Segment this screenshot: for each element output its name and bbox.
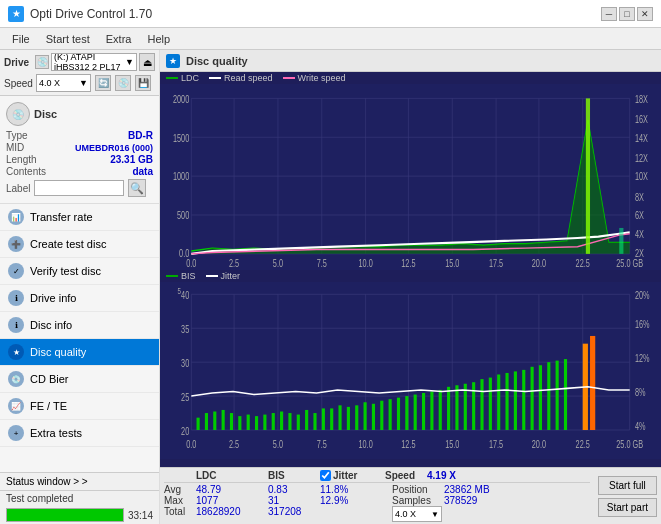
svg-text:25.0 GB: 25.0 GB — [616, 258, 643, 269]
read-speed-legend: Read speed — [209, 73, 273, 83]
nav-fe-te[interactable]: 📈 FE / TE — [0, 393, 159, 420]
svg-text:10X: 10X — [635, 171, 648, 182]
menu-file[interactable]: File — [4, 31, 38, 47]
svg-text:22.5: 22.5 — [576, 439, 590, 451]
ldc-legend: LDC — [166, 73, 199, 83]
svg-rect-127 — [556, 361, 559, 430]
svg-text:2.5: 2.5 — [229, 258, 239, 269]
svg-text:5.0: 5.0 — [273, 439, 283, 451]
jitter-checkbox[interactable] — [320, 470, 331, 481]
nav-verify-test-label: Verify test disc — [30, 265, 101, 277]
disc-contents-value: data — [132, 166, 153, 177]
chart2-legend: BIS Jitter — [160, 270, 661, 282]
svg-text:5: 5 — [177, 286, 181, 297]
action-buttons: Start full Start part — [594, 468, 661, 524]
menu-help[interactable]: Help — [139, 31, 178, 47]
disc-label-row: Label 🔍 — [6, 179, 153, 197]
nav-drive-info[interactable]: ℹ Drive info — [0, 285, 159, 312]
progress-section: Test completed — [0, 490, 159, 506]
svg-rect-93 — [272, 413, 275, 430]
svg-rect-95 — [288, 413, 291, 430]
drive-controls: 💿 (K:) ATAPI iHBS312 2 PL17 ▼ ⏏ — [35, 53, 155, 71]
svg-rect-85 — [205, 413, 208, 430]
stats-samples-label: Samples — [392, 495, 442, 506]
disc-button[interactable]: 💿 — [115, 75, 131, 91]
svg-rect-126 — [547, 362, 550, 430]
nav-transfer-rate-label: Transfer rate — [30, 211, 93, 223]
progress-bar-row: 33:14 — [0, 506, 159, 524]
chart2-svg: 40 35 30 25 20 5 20% 16% 12% 8% 4% — [160, 282, 661, 459]
start-full-button[interactable]: Start full — [598, 476, 657, 495]
svg-rect-114 — [447, 387, 450, 430]
nav-disc-quality[interactable]: ★ Disc quality — [0, 339, 159, 366]
jitter-legend-label: Jitter — [221, 271, 241, 281]
nav-create-test[interactable]: ➕ Create test disc — [0, 231, 159, 258]
svg-rect-103 — [355, 405, 358, 430]
jitter-check-col: Jitter — [320, 470, 383, 481]
ldc-legend-color — [166, 77, 178, 79]
stats-avg-ldc: 48.79 — [196, 484, 266, 495]
nav-create-test-label: Create test disc — [30, 238, 106, 250]
svg-rect-44 — [619, 228, 623, 254]
stats-empty-col — [164, 470, 194, 481]
svg-rect-102 — [347, 407, 350, 430]
disc-mid-value: UMEBDR016 (000) — [75, 143, 153, 153]
stats-total-bis: 317208 — [268, 506, 318, 522]
nav-items: 📊 Transfer rate ➕ Create test disc ✓ Ver… — [0, 204, 159, 472]
minimize-button[interactable]: ─ — [601, 7, 617, 21]
disc-quality-icon: ★ — [8, 344, 24, 360]
stats-total-row: Total 18628920 317208 4.0 X ▼ — [164, 506, 590, 522]
progress-bar-container — [6, 508, 124, 522]
menu-start-test[interactable]: Start test — [38, 31, 98, 47]
stats-bis-header: BIS — [268, 470, 318, 481]
nav-extra-tests[interactable]: + Extra tests — [0, 420, 159, 447]
stats-table: LDC BIS Jitter Speed 4.19 X Avg 48.79 0.… — [160, 468, 594, 524]
titlebar-left: ★ Opti Drive Control 1.70 — [8, 6, 152, 22]
status-window-button[interactable]: Status window > > — [0, 472, 159, 490]
svg-text:30: 30 — [181, 357, 189, 369]
cd-bier-icon: 💿 — [8, 371, 24, 387]
verify-test-icon: ✓ — [8, 263, 24, 279]
svg-rect-87 — [222, 410, 225, 430]
speed-select-dropdown[interactable]: 4.0 X ▼ — [392, 506, 442, 522]
drive-dropdown[interactable]: (K:) ATAPI iHBS312 2 PL17 ▼ — [51, 53, 137, 71]
save-button[interactable]: 💾 — [135, 75, 151, 91]
nav-verify-test[interactable]: ✓ Verify test disc — [0, 258, 159, 285]
speed-dropdown[interactable]: 4.0 X ▼ — [36, 74, 91, 92]
disc-label-button[interactable]: 🔍 — [128, 179, 146, 197]
maximize-button[interactable]: □ — [619, 7, 635, 21]
menubar: File Start test Extra Help — [0, 28, 661, 50]
drive-eject-button[interactable]: ⏏ — [139, 53, 155, 71]
svg-rect-108 — [397, 398, 400, 430]
svg-rect-84 — [197, 418, 200, 430]
write-speed-legend-label: Write speed — [298, 73, 346, 83]
disc-contents-row: Contents data — [6, 166, 153, 177]
disc-icon: 💿 — [6, 102, 30, 126]
svg-rect-124 — [531, 367, 534, 430]
svg-rect-109 — [405, 396, 408, 430]
nav-cd-bier-label: CD Bier — [30, 373, 69, 385]
nav-fe-te-label: FE / TE — [30, 400, 67, 412]
svg-rect-100 — [330, 408, 333, 430]
refresh-button[interactable]: 🔄 — [95, 75, 111, 91]
svg-rect-88 — [230, 413, 233, 430]
drive-info-icon: ℹ — [8, 290, 24, 306]
svg-rect-86 — [213, 412, 216, 431]
nav-disc-info[interactable]: ℹ Disc info — [0, 312, 159, 339]
svg-text:17.5: 17.5 — [489, 439, 503, 451]
chart2-container: BIS Jitter — [160, 270, 661, 467]
titlebar-controls[interactable]: ─ □ ✕ — [601, 7, 653, 21]
close-button[interactable]: ✕ — [637, 7, 653, 21]
disc-label-input[interactable] — [34, 180, 124, 196]
nav-transfer-rate[interactable]: 📊 Transfer rate — [0, 204, 159, 231]
stats-ldc-header: LDC — [196, 470, 266, 481]
svg-text:2.5: 2.5 — [229, 439, 239, 451]
svg-text:15.0: 15.0 — [445, 258, 459, 269]
stats-total-ldc: 18628920 — [196, 506, 266, 522]
menu-extra[interactable]: Extra — [98, 31, 140, 47]
fe-te-icon: 📈 — [8, 398, 24, 414]
svg-rect-111 — [422, 393, 425, 430]
nav-cd-bier[interactable]: 💿 CD Bier — [0, 366, 159, 393]
svg-rect-94 — [280, 412, 283, 431]
start-part-button[interactable]: Start part — [598, 498, 657, 517]
